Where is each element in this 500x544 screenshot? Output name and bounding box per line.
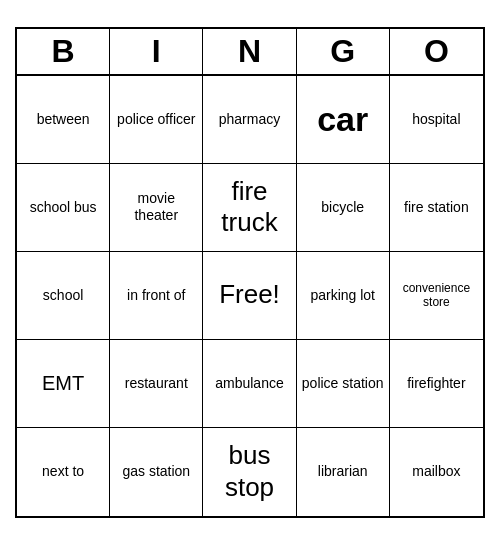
- cell-text: hospital: [412, 111, 460, 128]
- cell-r3-c2: ambulance: [203, 340, 296, 428]
- bingo-card: BINGO betweenpolice officerpharmacycarho…: [15, 27, 485, 518]
- cell-r2-c1: in front of: [110, 252, 203, 340]
- cell-text: movie theater: [114, 190, 198, 224]
- cell-r4-c2: bus stop: [203, 428, 296, 516]
- cell-r1-c3: bicycle: [297, 164, 390, 252]
- cell-text: fire truck: [207, 176, 291, 238]
- cell-r0-c4: hospital: [390, 76, 483, 164]
- cell-text: librarian: [318, 463, 368, 480]
- cell-text: restaurant: [125, 375, 188, 392]
- cell-r2-c0: school: [17, 252, 110, 340]
- cell-r4-c0: next to: [17, 428, 110, 516]
- cell-text: ambulance: [215, 375, 284, 392]
- cell-r2-c3: parking lot: [297, 252, 390, 340]
- cell-r1-c2: fire truck: [203, 164, 296, 252]
- cell-text: parking lot: [310, 287, 375, 304]
- bingo-header: BINGO: [17, 29, 483, 76]
- cell-r3-c0: EMT: [17, 340, 110, 428]
- bingo-grid: betweenpolice officerpharmacycarhospital…: [17, 76, 483, 516]
- cell-text: fire station: [404, 199, 469, 216]
- cell-r0-c0: between: [17, 76, 110, 164]
- cell-r0-c2: pharmacy: [203, 76, 296, 164]
- cell-text: bus stop: [207, 440, 291, 502]
- cell-r4-c1: gas station: [110, 428, 203, 516]
- cell-text: car: [317, 99, 368, 140]
- cell-r4-c4: mailbox: [390, 428, 483, 516]
- cell-text: convenience store: [394, 281, 479, 310]
- header-letter: G: [297, 29, 390, 74]
- cell-r2-c2: Free!: [203, 252, 296, 340]
- cell-text: school bus: [30, 199, 97, 216]
- cell-text: school: [43, 287, 83, 304]
- cell-r4-c3: librarian: [297, 428, 390, 516]
- cell-r1-c4: fire station: [390, 164, 483, 252]
- cell-r3-c1: restaurant: [110, 340, 203, 428]
- cell-text: mailbox: [412, 463, 460, 480]
- cell-text: Free!: [219, 279, 280, 310]
- cell-text: next to: [42, 463, 84, 480]
- cell-text: bicycle: [321, 199, 364, 216]
- cell-text: pharmacy: [219, 111, 280, 128]
- cell-r1-c1: movie theater: [110, 164, 203, 252]
- header-letter: N: [203, 29, 296, 74]
- cell-r1-c0: school bus: [17, 164, 110, 252]
- cell-text: gas station: [122, 463, 190, 480]
- cell-r2-c4: convenience store: [390, 252, 483, 340]
- cell-r3-c4: firefighter: [390, 340, 483, 428]
- cell-r0-c3: car: [297, 76, 390, 164]
- cell-r3-c3: police station: [297, 340, 390, 428]
- cell-text: police station: [302, 375, 384, 392]
- cell-text: between: [37, 111, 90, 128]
- cell-text: in front of: [127, 287, 185, 304]
- header-letter: B: [17, 29, 110, 74]
- header-letter: I: [110, 29, 203, 74]
- cell-text: firefighter: [407, 375, 465, 392]
- cell-text: EMT: [42, 371, 84, 395]
- cell-text: police officer: [117, 111, 195, 128]
- header-letter: O: [390, 29, 483, 74]
- cell-r0-c1: police officer: [110, 76, 203, 164]
